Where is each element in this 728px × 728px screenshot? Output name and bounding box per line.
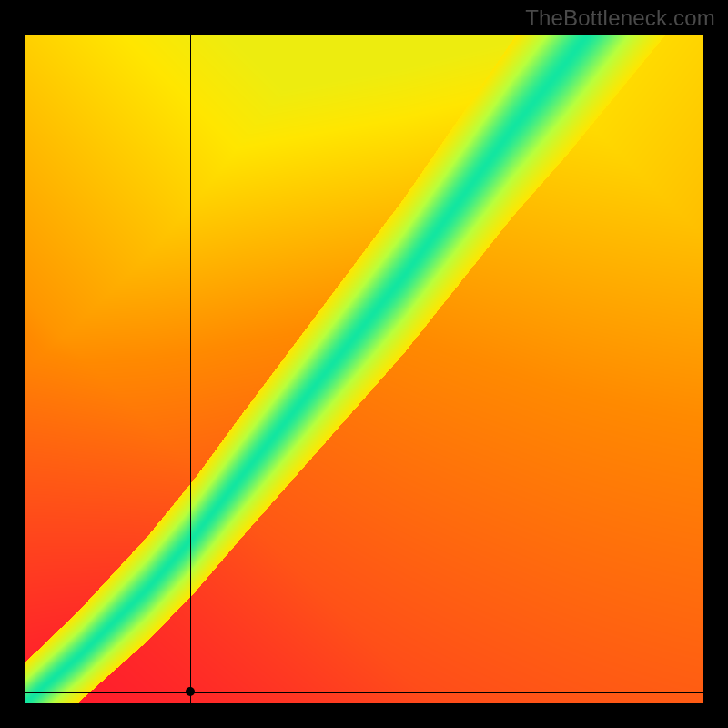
chart-frame: TheBottleneck.com [0,0,728,728]
selection-marker-dot [186,687,195,696]
crosshair-vertical [190,35,191,703]
bottleneck-heatmap [25,35,703,703]
attribution-text: TheBottleneck.com [525,5,715,31]
crosshair-horizontal [25,692,703,693]
